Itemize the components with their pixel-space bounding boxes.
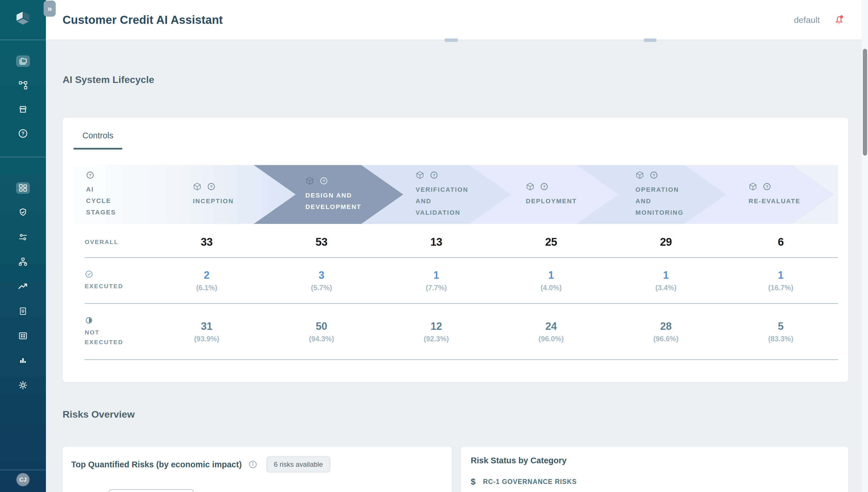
sidebar-item-workflow[interactable] (16, 79, 30, 91)
row-label-text: EXECUTED (85, 283, 123, 289)
package-icon (749, 182, 757, 191)
scrollbar-thumb[interactable] (863, 49, 867, 155)
trending-up-icon (18, 281, 28, 291)
top-quantified-risks-card: Top Quantified Risks (by economic impact… (63, 447, 452, 492)
sidebar-item-documents[interactable] (16, 305, 30, 317)
tab-controls[interactable]: Controls (73, 131, 122, 150)
tab-controls-label: Controls (73, 131, 122, 140)
executed-pct: (16.7%) (723, 284, 838, 292)
row-label-text: NOT EXECUTED (85, 329, 123, 345)
table-icon (18, 331, 28, 340)
sidebar-item-settings[interactable] (16, 379, 30, 391)
executed-pct: (3.4%) (609, 284, 723, 292)
page-root: { "header": { "title": "Customer Credit … (0, 0, 868, 492)
sidebar-item-controls[interactable] (16, 231, 30, 243)
bell-icon (833, 14, 846, 27)
storefront-icon (18, 105, 28, 114)
svg-text:?: ? (766, 184, 768, 189)
app-logo-icon[interactable] (15, 10, 31, 28)
sidebar-divider (0, 470, 46, 470)
question-circle-icon[interactable]: ? (430, 171, 438, 179)
package-icon (305, 176, 314, 185)
overall-value: 6 (723, 236, 838, 248)
sidebar-divider (0, 157, 46, 157)
sidebar-item-pipeline[interactable] (16, 256, 30, 268)
package-icon (526, 182, 535, 191)
sidebar-item-help[interactable]: ? (16, 128, 30, 139)
question-circle-icon[interactable]: ? (320, 177, 328, 185)
question-circle-icon[interactable]: ? (540, 182, 548, 191)
risk-status-card: Risk Status by Category $ RC-1 GOVERNANC… (461, 447, 848, 492)
stage-label: OPERATION AND MONITORING (636, 184, 684, 218)
sidebar-item-projects[interactable] (16, 55, 30, 67)
stage-deployment[interactable]: ? DEPLOYMENT (526, 165, 577, 224)
stage-label: RE-EVALUATE (749, 195, 800, 207)
question-circle-icon[interactable]: ? (86, 171, 94, 179)
stage-label: VERIFICATION AND VALIDATION (416, 184, 468, 218)
stage-axis-label: ? AI CYCLE STAGES (86, 165, 116, 224)
question-circle-icon[interactable]: ? (207, 182, 215, 191)
question-circle-icon: ? (18, 129, 28, 138)
shield-check-icon (18, 208, 28, 217)
executed-pct: (7.7%) (379, 284, 494, 292)
overall-value: 13 (379, 236, 494, 248)
notifications-button[interactable] (833, 14, 846, 27)
sliders-icon (18, 232, 28, 242)
lifecycle-section-title: AI System Lifecycle (63, 74, 154, 85)
not-executed-value: 28 (609, 320, 723, 333)
svg-text:?: ? (210, 184, 213, 189)
axis-label-text: AI CYCLE STAGES (86, 184, 116, 218)
scrollbar-track[interactable] (862, 0, 868, 492)
document-clip-icon (19, 306, 27, 316)
sidebar-item-analytics[interactable] (16, 355, 30, 366)
row-label-overall: OVERALL (85, 237, 149, 247)
stage-operation-monitoring[interactable]: ? OPERATION AND MONITORING (636, 165, 684, 224)
bar-chart-icon (19, 356, 27, 365)
svg-text:?: ? (653, 173, 655, 177)
executed-pct: (5.7%) (264, 284, 379, 292)
question-circle-icon[interactable]: ? (650, 171, 658, 179)
expand-sidebar-button[interactable]: » (44, 1, 56, 17)
sidebar-divider (0, 40, 46, 40)
stage-label: INCEPTION (193, 195, 234, 207)
sidebar-item-marketplace[interactable] (16, 104, 30, 115)
avatar[interactable]: CJ (16, 473, 30, 486)
sidebar-item-table[interactable] (16, 330, 30, 342)
question-circle-icon[interactable]: ? (763, 182, 771, 191)
stage-inception[interactable]: ? INCEPTION (193, 165, 234, 224)
sidebar-item-trending[interactable] (16, 281, 30, 292)
tab-active-underline (73, 148, 122, 150)
sidebar: ? (0, 0, 46, 492)
info-icon[interactable] (249, 460, 257, 469)
lifecycle-stage-band: ? AI CYCLE STAGES ? INCEPTION ? DESIGN A… (73, 165, 838, 224)
executed-value: 1 (494, 269, 609, 281)
check-circle-icon (85, 270, 93, 278)
table-row-not-executed: NOT EXECUTED 31(93.9%) 50(94.3%) 12(92.3… (85, 304, 838, 360)
category-select[interactable]: All Categories (109, 489, 194, 492)
executed-value: 1 (723, 269, 838, 281)
risk-category-item[interactable]: $ RC-1 GOVERNANCE RISKS (471, 477, 838, 487)
not-executed-pct: (96.0%) (494, 335, 609, 343)
stage-verification-validation[interactable]: ? VERIFICATION AND VALIDATION (416, 165, 468, 224)
lifecycle-card: Controls ? (63, 118, 848, 382)
not-executed-pct: (93.9%) (149, 335, 264, 343)
stage-label: DESIGN AND DEVELOPMENT (305, 190, 362, 213)
scrolled-content-peek (644, 39, 656, 42)
executed-value: 1 (379, 269, 494, 281)
overall-value: 25 (494, 236, 609, 248)
executed-pct: (6.1%) (149, 284, 264, 292)
sidebar-item-dashboard[interactable] (16, 182, 30, 194)
not-executed-pct: (92.3%) (379, 335, 494, 343)
not-executed-value: 12 (379, 320, 494, 333)
stage-design-development[interactable]: ? DESIGN AND DEVELOPMENT (305, 165, 362, 224)
sidebar-item-compliance[interactable] (16, 207, 30, 218)
stage-label: DEPLOYMENT (526, 195, 577, 207)
not-executed-pct: (83.3%) (723, 335, 838, 343)
stage-reevaluate[interactable]: ? RE-EVALUATE (749, 165, 800, 224)
page-title: Customer Credit AI Assistant (63, 14, 223, 26)
not-executed-value: 24 (494, 320, 609, 333)
svg-text:?: ? (89, 173, 91, 177)
org-chart-icon (18, 257, 28, 266)
svg-text:?: ? (433, 173, 435, 177)
dashboard-grid-icon (18, 183, 28, 193)
